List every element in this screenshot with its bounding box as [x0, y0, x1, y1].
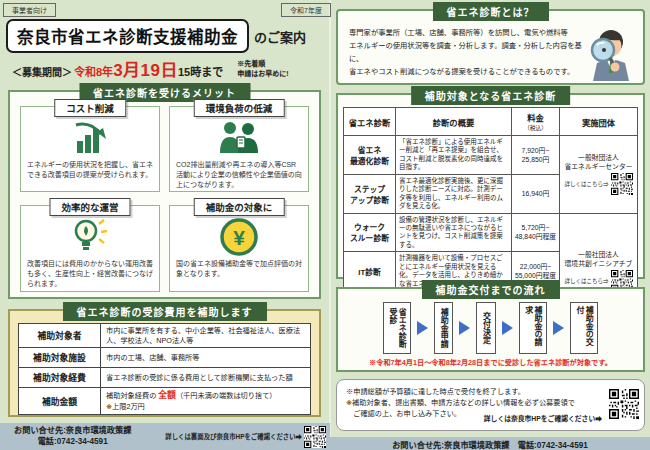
- subsidy-amount-value: 補助対象経費の 全額（千円未満の端数は切り捨て） ※上限2万円: [101, 388, 311, 415]
- flow-step-decision: 交付決定: [476, 302, 495, 354]
- amount-prefix: 補助対象経費の: [106, 391, 158, 400]
- merit-panel: 省エネ診断を受けるメリット コスト削減 エネルギーの使用状況を把握し、省エネでき…: [8, 90, 321, 299]
- people-icon: [170, 117, 308, 159]
- contact-department: お問い合せ先:奈良市環境政策課: [14, 426, 131, 435]
- organization-name: 一般社団法人 環境共創イニシアチブ: [561, 250, 636, 268]
- diagnosis-header: 補助対象となる省エネ診断: [411, 86, 571, 105]
- table-row: 補助金額 補助対象経費の 全額（千円未満の端数は切り捨て） ※上限2万円: [19, 388, 311, 415]
- merit-card-title: 補助金の対象に: [194, 198, 285, 216]
- col-header-diagnosis: 省エネ診断: [344, 108, 396, 136]
- arrow-right-icon: [417, 321, 428, 335]
- table-header-row: 省エネ診断 診断の概要 料金（税込） 実施団体: [344, 108, 638, 136]
- merit-card-cost-reduction: コスト削減 エネルギーの使用状況を把握し、省エネできる改善項目の提案が受けられま…: [20, 106, 160, 192]
- table-row: ウォーク スルー診断 設備の管理状況を診断し、エネルギーの無駄遣いや省エネにつな…: [344, 213, 638, 252]
- application-period: ＜募集期間＞ 令和8年 3月19日 15時まで ※先着順 申請はお早めに!: [12, 56, 289, 81]
- subsidy-row-value: 市内の工場、店舗、事務所等: [101, 348, 311, 368]
- diagnosis-name: ステップ アップ診断: [344, 174, 396, 213]
- about-line: 省エネやコスト削減につながる提案を受けることができるものです。: [349, 67, 574, 76]
- merit-grid: コスト削減 エネルギーの使用状況を把握し、省エネできる改善項目の提案が受けられま…: [20, 106, 309, 289]
- footer-right-bar: お問い合せ先:奈良市環境政策課 電話:0742-34-4591: [330, 437, 650, 450]
- note-line: ご確認の上、お申し込み下さい。: [346, 409, 461, 418]
- subsidy-row-label: 補助金額: [19, 388, 101, 415]
- qr-link-text: 詳しくはこちら⇒: [564, 180, 608, 188]
- audience-tag: 事業者向け: [3, 3, 56, 17]
- col-header-overview: 診断の概要: [396, 108, 512, 136]
- note-line: ※申請総額が予算額に達した時点で受付を終了します。: [346, 387, 525, 396]
- diagnosis-name: 省エネ 最適化診断: [344, 136, 396, 175]
- diagnosis-desc: 省エネ最適化診断実施後、更に深掘りした診断ニーズに対応。計測データ等を利用し、エ…: [396, 174, 512, 213]
- subsidy-header: 省エネ診断の受診費用を補助します: [63, 302, 267, 321]
- subsidy-table: 補助対象者 市内に事業所を有する、中小企業等、社会福祉法人、医療法人、学校法人、…: [18, 323, 311, 415]
- arrow-right-icon: [502, 321, 513, 335]
- diagnosis-panel: 補助対象となる省エネ診断 省エネ診断 診断の概要 料金（税込） 実施団体 省エネ…: [336, 93, 645, 279]
- merit-card-title: 効率的な運営: [49, 198, 130, 216]
- flow-step-grant: 補助金の交付: [570, 302, 598, 354]
- diagnosis-fee: 5,720円~ 48,840円程度: [512, 213, 560, 252]
- svg-text:¥: ¥: [233, 226, 245, 249]
- title-box: 奈良市省エネ診断支援補助金: [6, 19, 249, 53]
- period-notes: ※先着順 申請はお早めに!: [237, 59, 288, 77]
- qr-code: [609, 389, 639, 419]
- diagnosis-fee: 7,920円~ 25,850円: [512, 136, 560, 175]
- amount-suffix: （千円未満の端数は切り捨て）: [176, 391, 277, 400]
- subsidy-panel: 省エネ診断の受診費用を補助します 補助対象者 市内に事業所を有する、中小企業等、…: [8, 309, 321, 417]
- qr-code: [611, 173, 633, 195]
- merit-card-efficiency: 効率的な運営 改善項目には費用のかからない運用改善も多く、生産性向上・経営改善に…: [20, 205, 160, 291]
- flow-steps: 省エネ診断 受診 補助金申請 交付決定 補助金の請求 補助金の交付: [338, 302, 643, 354]
- merit-card-subsidy-bonus: 補助金の対象に ¥ 国の省エネ設備補助金等で加点評価の対象となります。: [169, 205, 309, 291]
- subsidy-row-value: 省エネ診断の受診に係る費用として診断機関に支払った額: [101, 368, 311, 388]
- organization-name: 一般財団法人 省エネルギーセンター: [561, 153, 636, 171]
- page-title: 奈良市省エネ診断支援補助金 のご案内: [6, 19, 306, 53]
- table-row: 補助対象経費 省エネ診断の受診に係る費用として診断機関に支払った額: [19, 368, 311, 388]
- col-header-fee: 料金（税込）: [512, 108, 560, 136]
- subsidy-row-label: 補助対象経費: [19, 368, 101, 388]
- contact-phone: 電話:0742-34-4591: [38, 437, 108, 446]
- organization-link: 詳しくはこちら⇒: [561, 173, 636, 195]
- merit-card-text: CO2排出量削減や再エネの導入等CSR活動により企業の信頼性や企業価値の向上につ…: [170, 159, 308, 191]
- merit-card-text: エネルギーの使用状況を把握し、省エネできる改善項目の提案が受けられます。: [21, 159, 159, 182]
- period-time: 15時まで: [178, 63, 223, 79]
- diagnosis-name: ウォーク スルー診断: [344, 213, 396, 252]
- about-description: 専門家が事業所（工場、店舗、事務所等）を訪問し、電気や燃料等 エネルギーの使用状…: [349, 26, 584, 79]
- amount-note: ※上限2万円: [106, 402, 145, 411]
- flow-step-diagnosis: 省エネ診断 受診: [383, 302, 411, 354]
- bar-chart-decline-icon: [21, 117, 159, 159]
- footer-left-bar: お問い合せ先:奈良市環境政策課 電話:0742-34-4591 詳しくは裏面及び…: [0, 423, 330, 450]
- page-fold-divider: [329, 0, 331, 450]
- table-row: 補助対象者 市内に事業所を有する、中小企業等、社会福祉法人、医療法人、学校法人、…: [19, 324, 311, 348]
- diagnosis-fee: 16,940円: [512, 174, 560, 213]
- contact-info: お問い合せ先:奈良市環境政策課 電話:0742-34-4591: [14, 426, 131, 447]
- flow-eligibility-note: ※令和7年4月1日～令和8年2月28日までに受診した省エネ診断が対象です。: [338, 357, 643, 367]
- first-come-note: ※先着順: [237, 60, 265, 67]
- contact-info: お問い合せ先:奈良市環境政策課 電話:0742-34-4591: [392, 438, 588, 450]
- about-line: 専門家が事業所（工場、店舗、事務所等）を訪問し、電気や燃料等: [349, 28, 568, 37]
- subsidy-row-value: 市内に事業所を有する、中小企業等、社会福祉法人、医療法人、学校法人、NPO法人等: [101, 324, 311, 348]
- backside-hp-link-text: 詳しくは裏面及び奈良市HPをご確認ください➡: [165, 432, 302, 441]
- flow-step-claim: 補助金の請求: [519, 302, 547, 354]
- title-suffix: のご案内: [254, 27, 306, 46]
- flow-header: 補助金交付までの流れ: [422, 280, 560, 299]
- arrow-right-icon: [459, 321, 470, 335]
- about-line: エネルギーの使用状況等を調査・分析します。調査・分析した内容を基に、: [349, 41, 582, 63]
- yen-coin-icon: ¥: [170, 216, 308, 258]
- merit-card-environment: 環境負荷の低減 CO2排出量削減や再エネの導入等CSR活動により企業の信頼性や企…: [169, 106, 309, 192]
- application-notes-box: ※申請総額が予算額に達した時点で受付を終了します。 ※補助対象者、提出書類、申請…: [336, 379, 645, 431]
- table-row: 補助対象施設 市内の工場、店舗、事務所等: [19, 348, 311, 368]
- table-row: 省エネ 最適化診断 「省エネ診断」による使用エネルギー削減と「再エネ提案」を組合…: [344, 136, 638, 175]
- subsidy-row-label: 補助対象者: [19, 324, 101, 348]
- flow-panel: 補助金交付までの流れ 省エネ診断 受診 補助金申請 交付決定 補助金の請求 補助…: [336, 287, 645, 372]
- note-line: ※補助対象者、提出書類、申請方法などの詳しい情報を必ず公募要領で: [346, 398, 575, 407]
- diagnosis-desc: 設備の管理状況を診断し、エネルギーの無駄遣いや省エネにつながるヒントを見つけ、コ…: [396, 213, 512, 252]
- merit-card-text: 改善項目には費用のかからない運用改善も多く、生産性向上・経営改善につなげられます…: [21, 258, 159, 290]
- diagnosis-name: IT診断: [344, 252, 396, 291]
- subsidy-row-label: 補助対象施設: [19, 348, 101, 368]
- period-label: ＜募集期間＞: [12, 64, 72, 79]
- qr-code: [304, 426, 326, 448]
- qr-link-text: 詳しくはこちら⇒: [564, 277, 608, 285]
- flow-step-application: 補助金申請: [434, 302, 453, 354]
- merit-card-title: コスト削減: [54, 99, 126, 117]
- about-header: 省エネ診断とは？: [433, 2, 549, 21]
- amount-highlight: 全額: [158, 390, 176, 400]
- col-header-organization: 実施団体: [560, 108, 638, 136]
- fiscal-year-tag: 令和7年度: [281, 3, 331, 17]
